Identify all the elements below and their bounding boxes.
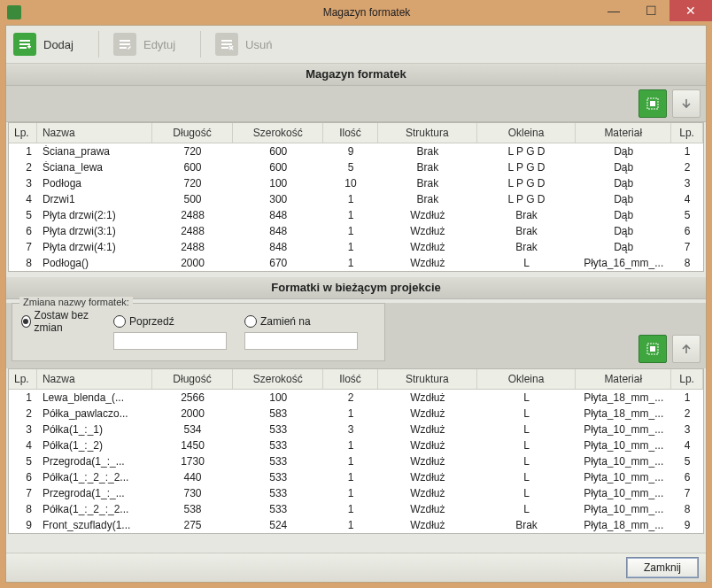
cell-len: 2488 (152, 209, 234, 221)
col-okl[interactable]: Okleina (477, 369, 577, 389)
table-row[interactable]: 8Półka(1_:_2_:_2...5385331WzdłużLPłyta_1… (9, 501, 703, 517)
cell-len: 720 (152, 177, 234, 190)
col-name[interactable]: Nazwa (37, 369, 152, 389)
separator (200, 31, 201, 58)
table-row[interactable]: 6Półka(1_:_2_:_2...4405331WzdłużLPłyta_1… (9, 469, 703, 485)
svg-rect-14 (650, 346, 655, 352)
cell-name: Podłoga (37, 177, 152, 190)
cell-lp2: 6 (671, 225, 703, 237)
svg-rect-0 (19, 40, 30, 42)
table-row[interactable]: 2Ściana_lewa6006005BrakL P G DDąb2 (9, 159, 703, 175)
table-row[interactable]: 7Płyta drzwi(4:1)24888481WzdłużBrakDąb7 (9, 239, 703, 255)
cell-lp2: 3 (671, 177, 703, 190)
svg-rect-6 (120, 43, 130, 45)
edit-label: Edytuj (143, 38, 175, 51)
cell-qty: 2 (323, 391, 378, 404)
col-wid[interactable]: Szerokość (233, 369, 323, 389)
col-lp2[interactable]: Lp. (671, 369, 703, 389)
col-len[interactable]: Długość (152, 123, 234, 143)
table-row[interactable]: 3Półka(1_:_1)5345333WzdłużLPłyta_10_mm_.… (9, 422, 703, 437)
cell-str: Wzdłuż (378, 241, 477, 253)
cell-qty: 1 (323, 439, 378, 452)
table-row[interactable]: 7Przegroda(1_:_...7305331WzdłużLPłyta_10… (9, 485, 703, 501)
cell-wid: 583 (233, 407, 323, 420)
table-row[interactable]: 8Podłoga()20006701WzdłużLPłyta_16_mm_...… (9, 255, 703, 271)
cell-mat: Dąb (576, 193, 671, 205)
cell-mat: Płyta_10_mm_... (576, 471, 671, 484)
cell-len: 720 (152, 145, 234, 158)
add-button[interactable]: Dodaj (13, 28, 74, 60)
radio-keep-dot (21, 315, 31, 328)
table-row[interactable]: 1Lewa_blenda_(...25661002WzdłużLPłyta_18… (9, 390, 703, 406)
cell-wid: 848 (233, 225, 323, 237)
cell-qty: 10 (323, 177, 378, 190)
cell-lp2: 3 (671, 423, 703, 436)
radio-prepend[interactable]: Poprzedź (113, 314, 227, 350)
col-lp2[interactable]: Lp. (671, 123, 703, 143)
col-name[interactable]: Nazwa (37, 123, 152, 143)
table1-header: Lp. Nazwa Długość Szerokość Ilość Strukt… (9, 123, 703, 143)
select-all-button[interactable] (638, 89, 667, 118)
cell-lp: 5 (9, 209, 37, 221)
table-row[interactable]: 5Płyta drzwi(2:1)24888481WzdłużBrakDąb5 (9, 207, 703, 223)
table-row[interactable]: 3Podłoga72010010BrakL P G DDąb3 (9, 175, 703, 191)
svg-rect-5 (120, 40, 130, 42)
cell-okl: L (477, 487, 577, 499)
cell-str: Wzdłuż (378, 487, 477, 499)
col-str[interactable]: Struktura (378, 369, 477, 389)
cell-wid: 670 (233, 257, 323, 269)
cell-lp2: 9 (671, 519, 703, 531)
minimize-button[interactable]: — (595, 0, 632, 21)
table-row[interactable]: 4Drzwi15003001BrakL P G DDąb4 (9, 191, 703, 207)
cell-str: Wzdłuż (378, 225, 477, 237)
col-qty[interactable]: Ilość (323, 369, 378, 389)
cell-lp2: 7 (671, 241, 703, 253)
col-mat[interactable]: Materiał (576, 369, 671, 389)
maximize-button[interactable]: ☐ (632, 0, 669, 21)
table-row[interactable]: 2Półka_pawlaczo...20005831WzdłużLPłyta_1… (9, 406, 703, 422)
cell-len: 440 (152, 471, 234, 484)
cell-mat: Płyta_10_mm_... (576, 503, 671, 515)
col-mat[interactable]: Materiał (576, 123, 671, 143)
svg-rect-9 (221, 43, 232, 45)
cell-qty: 1 (323, 455, 378, 468)
cell-mat: Dąb (576, 161, 671, 174)
cell-lp2: 7 (671, 487, 703, 499)
cell-mat: Płyta_18_mm_... (576, 519, 671, 531)
col-qty[interactable]: Ilość (323, 123, 378, 143)
titlebar: Magazyn formatek — ☐ ✕ (0, 0, 712, 25)
cell-str: Wzdłuż (378, 503, 477, 515)
cell-str: Wzdłuż (378, 471, 477, 484)
table-row[interactable]: 4Półka(1_:_2)14505331WzdłużLPłyta_10_mm_… (9, 437, 703, 453)
table-row[interactable]: 1Ściana_prawa7206009BrakL P G DDąb1 (9, 143, 703, 159)
table-row[interactable]: 6Płyta drzwi(3:1)24888481WzdłużBrakDąb6 (9, 223, 703, 239)
move-up-button[interactable] (672, 335, 700, 363)
move-down-button[interactable] (672, 89, 700, 118)
cell-wid: 533 (233, 455, 323, 468)
cell-lp2: 1 (671, 145, 703, 158)
table-row[interactable]: 5Przegroda(1_:_...17305331WzdłużLPłyta_1… (9, 453, 703, 469)
cell-lp2: 8 (671, 503, 703, 515)
table2-header: Lp. Nazwa Długość Szerokość Ilość Strukt… (9, 369, 703, 390)
col-str[interactable]: Struktura (378, 123, 477, 143)
col-lp[interactable]: Lp. (9, 369, 37, 389)
col-lp[interactable]: Lp. (9, 123, 37, 143)
select-all-button-2[interactable] (638, 335, 667, 363)
table-row[interactable]: 9Front_szuflady(1...2755241WzdłużBrakPły… (9, 517, 703, 533)
svg-rect-12 (650, 101, 655, 106)
cell-okl: L (477, 439, 577, 452)
cell-len: 1730 (152, 455, 234, 468)
radio-replace[interactable]: Zamień na (244, 314, 358, 350)
svg-rect-4 (28, 45, 30, 49)
prepend-input[interactable] (113, 332, 227, 350)
cell-mat: Płyta_10_mm_... (576, 455, 671, 468)
close-dialog-button[interactable]: Zamknij (626, 557, 699, 578)
radio-keep[interactable]: Zostaw bez zmian (21, 314, 96, 350)
close-button[interactable]: ✕ (669, 0, 712, 21)
col-okl[interactable]: Okleina (477, 123, 577, 143)
col-len[interactable]: Długość (152, 369, 234, 389)
col-wid[interactable]: Szerokość (233, 123, 323, 143)
cell-okl: Brak (477, 241, 577, 253)
replace-input[interactable] (244, 332, 358, 350)
cell-wid: 848 (233, 241, 323, 253)
